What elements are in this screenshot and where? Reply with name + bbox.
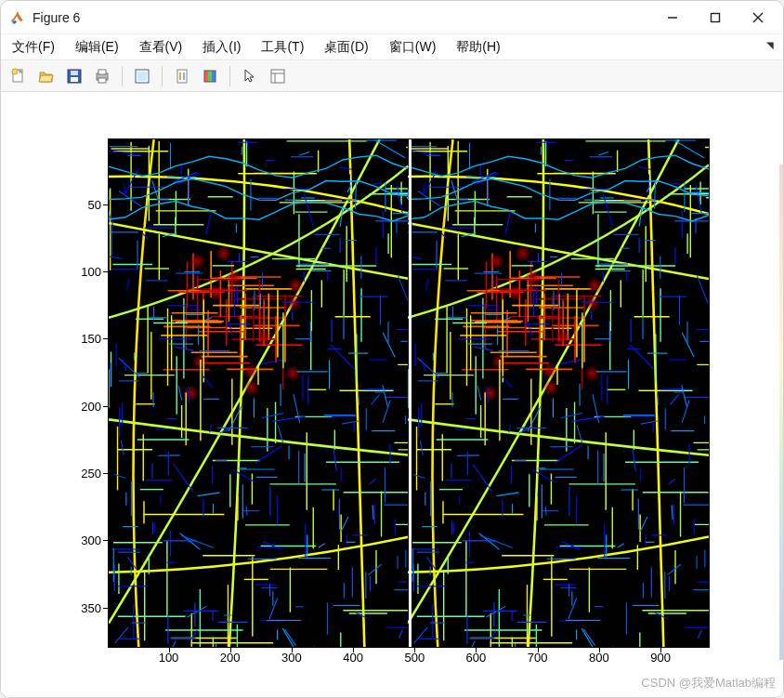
- y-tick-label: 100: [81, 265, 101, 279]
- close-button[interactable]: [737, 3, 779, 33]
- matlab-icon: [10, 10, 25, 25]
- x-tick-label: 900: [650, 651, 671, 665]
- x-tick-label: 400: [343, 651, 363, 665]
- svg-rect-11: [98, 70, 106, 74]
- colorbar-icon: [202, 68, 218, 85]
- menu-help[interactable]: 帮助(H): [452, 37, 503, 58]
- x-tick-label: 800: [589, 651, 609, 665]
- panel-separator: [409, 139, 412, 647]
- svg-rect-15: [177, 70, 187, 83]
- svg-rect-18: [204, 71, 208, 82]
- y-tick-label: 150: [81, 332, 101, 346]
- menu-desktop[interactable]: 桌面(D): [320, 37, 372, 58]
- toolbar-separator: [162, 66, 163, 86]
- minimize-icon: [667, 12, 678, 23]
- figure-window: Figure 6 文件(F) 编辑(E) 查看(V) 插入(I) 工具(T) 桌…: [0, 0, 784, 698]
- axes[interactable]: [108, 138, 710, 648]
- svg-rect-20: [212, 71, 216, 82]
- svg-rect-22: [271, 70, 284, 83]
- x-tick-label: 100: [159, 651, 179, 665]
- figure-canvas[interactable]: CSDN @我爱Matlab编程 10020030040050060070080…: [1, 92, 783, 697]
- link-plot-button[interactable]: [170, 64, 194, 88]
- save-icon: [66, 68, 83, 85]
- right-edge-color-bleed: [779, 165, 783, 660]
- link-icon: [174, 68, 190, 85]
- new-figure-button[interactable]: [7, 64, 31, 88]
- y-tick-label: 300: [81, 533, 101, 547]
- y-tick-label: 350: [81, 600, 101, 614]
- print-icon: [94, 68, 111, 85]
- menu-insert[interactable]: 插入(I): [199, 37, 244, 58]
- x-tick-label: 600: [466, 651, 487, 665]
- property-editor-button[interactable]: [266, 64, 290, 88]
- svg-rect-1: [712, 13, 720, 21]
- x-tick-label: 200: [220, 651, 241, 665]
- svg-point-6: [12, 69, 18, 74]
- open-button[interactable]: [34, 64, 59, 88]
- x-tick-label: 500: [404, 651, 425, 665]
- svg-rect-14: [137, 72, 147, 81]
- close-icon: [752, 12, 764, 23]
- heatmap-panel-left: [109, 139, 410, 648]
- new-file-icon: [10, 68, 27, 85]
- y-tick-label: 50: [88, 197, 101, 211]
- menu-bar: 文件(F) 编辑(E) 查看(V) 插入(I) 工具(T) 桌面(D) 窗口(W…: [1, 34, 783, 60]
- minimize-button[interactable]: [651, 3, 694, 33]
- print-button[interactable]: [90, 64, 114, 88]
- svg-rect-12: [98, 78, 106, 83]
- colorbar-button[interactable]: [198, 64, 222, 88]
- property-editor-icon: [269, 68, 286, 85]
- data-cursor-button[interactable]: [130, 64, 154, 88]
- dock-arrow-icon[interactable]: ◥: [766, 40, 774, 50]
- svg-rect-17: [183, 72, 185, 80]
- svg-rect-19: [208, 71, 212, 82]
- x-tick-label: 700: [528, 651, 548, 665]
- toolbar: [1, 60, 783, 92]
- x-tick-label: 300: [281, 651, 302, 665]
- window-title: Figure 6: [33, 10, 80, 25]
- svg-rect-8: [71, 71, 78, 75]
- menu-edit[interactable]: 编辑(E): [72, 37, 123, 58]
- watermark-text: CSDN @我爱Matlab编程: [641, 675, 776, 691]
- heatmap-panel-right: [408, 139, 709, 648]
- menu-view[interactable]: 查看(V): [136, 37, 187, 58]
- maximize-icon: [710, 12, 721, 23]
- pointer-icon: [242, 68, 258, 85]
- toolbar-separator: [229, 66, 230, 86]
- menu-file[interactable]: 文件(F): [8, 37, 59, 58]
- svg-rect-9: [71, 77, 78, 82]
- data-cursor-icon: [134, 68, 150, 85]
- y-tick-label: 200: [81, 399, 101, 413]
- maximize-button[interactable]: [694, 3, 737, 33]
- pointer-button[interactable]: [238, 64, 262, 88]
- open-folder-icon: [38, 68, 55, 85]
- menu-tools[interactable]: 工具(T): [257, 37, 307, 58]
- menu-window[interactable]: 窗口(W): [385, 37, 440, 58]
- svg-rect-16: [179, 72, 181, 80]
- y-tick-label: 250: [81, 467, 101, 481]
- save-button[interactable]: [62, 64, 86, 88]
- toolbar-separator: [122, 66, 123, 86]
- title-bar: Figure 6: [1, 1, 783, 34]
